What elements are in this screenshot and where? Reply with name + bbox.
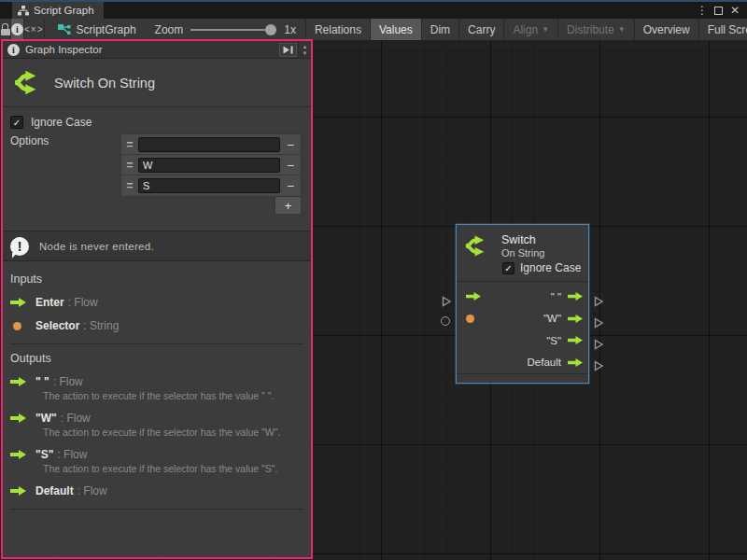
node-footer [457, 373, 588, 383]
output-port-s[interactable]: "S" [546, 335, 588, 346]
output-port-w[interactable]: "W" [543, 313, 588, 324]
zoom-slider-track [190, 29, 276, 31]
flow-arrow-icon [568, 292, 583, 301]
remove-option-button[interactable]: − [280, 178, 301, 193]
inspector-toggle-button[interactable]: i [11, 19, 24, 40]
flow-arrow-icon [568, 315, 583, 323]
flow-arrow-icon [568, 336, 583, 344]
menu-icon[interactable]: ⋮ [696, 4, 709, 17]
node-ignore-case-checkbox[interactable]: ✓ Ignore Case [502, 261, 588, 274]
zoom-control: Zoom 1x [146, 19, 305, 40]
flow-arrow-icon [568, 358, 583, 367]
option-value-input[interactable] [138, 137, 280, 152]
script-graph-icon [58, 24, 71, 35]
option-value-input[interactable] [138, 158, 280, 173]
graph-toolbar: i <×> ScriptGraph Zoom 1x Relations Valu… [0, 19, 747, 41]
output-description: The action to execute if the selector ha… [43, 427, 303, 438]
dock-right-icon [283, 46, 293, 54]
port-outer-space[interactable] [593, 294, 604, 311]
lock-icon [0, 23, 10, 35]
option-row: = − [121, 175, 301, 196]
check-icon: ✓ [504, 263, 512, 273]
toolbar-button-values[interactable]: Values [371, 19, 422, 40]
options-list: = − = − = − + [120, 133, 302, 215]
graph-breadcrumb[interactable]: ScriptGraph [45, 19, 146, 40]
graph-hierarchy-icon [18, 6, 29, 16]
inspector-scroll-buttons[interactable]: ▲ ▼ [298, 41, 311, 59]
toolbar-button-distribute[interactable]: Distribute ▼ [558, 19, 635, 40]
outputs-heading: Outputs [10, 352, 303, 365]
string-port-icon [10, 322, 27, 330]
remove-option-button[interactable]: − [280, 137, 301, 152]
port-outer-s[interactable] [593, 337, 604, 354]
lock-button[interactable] [0, 19, 11, 40]
maximize-icon[interactable] [714, 7, 723, 15]
code-view-button[interactable]: <×> [24, 19, 45, 40]
checkbox-checked[interactable]: ✓ [10, 116, 23, 129]
inspector-title: Graph Inspector [25, 44, 102, 55]
code-icon: <×> [24, 24, 44, 35]
inspector-header: i Graph Inspector ▲ ▼ [3, 41, 311, 59]
tab-script-graph[interactable]: Script Graph [12, 2, 104, 19]
flow-arrow-icon [10, 298, 27, 307]
drag-handle-icon[interactable]: = [121, 179, 138, 192]
output-port-space[interactable]: " " [551, 291, 588, 302]
warning-icon: ! [10, 237, 29, 256]
close-icon[interactable]: ✕ [728, 4, 741, 17]
node-selector-port-outer[interactable] [441, 316, 450, 326]
graph-inspector-panel: i Graph Inspector ▲ ▼ Switch On String [1, 39, 313, 559]
section-divider [10, 343, 303, 344]
options-label: Options [10, 134, 49, 147]
ignore-case-setting[interactable]: ✓ Ignore Case [10, 116, 311, 129]
output-port-default[interactable]: Default [528, 357, 588, 368]
toolbar-button-overview[interactable]: Overview [635, 19, 699, 40]
inputs-heading: Inputs [10, 273, 303, 286]
remove-option-button[interactable]: − [280, 158, 301, 173]
output-row-default: Default : Flow [10, 484, 303, 497]
option-value-input[interactable] [138, 178, 280, 193]
node-header[interactable]: Switch On String [457, 225, 588, 259]
tab-bar: Script Graph ⋮ ✕ [0, 2, 747, 19]
output-row-s: "S" : Flow [10, 448, 303, 461]
port-outer-default[interactable] [593, 358, 604, 375]
toolbar-button-align[interactable]: Align ▼ [504, 19, 558, 40]
node-ports: " " "W" "S" [457, 282, 588, 373]
window-controls: ⋮ ✕ [696, 2, 747, 19]
input-row-selector: Selector : String [10, 319, 303, 332]
port-outer-w[interactable] [593, 315, 604, 332]
flow-arrow-icon [10, 450, 27, 459]
input-row-enter: Enter : Flow [10, 296, 303, 309]
drag-handle-icon[interactable]: = [121, 138, 138, 151]
flow-arrow-icon [10, 413, 27, 423]
dock-right-button[interactable] [279, 43, 297, 57]
option-row: = − [121, 155, 301, 175]
toolbar-button-carry[interactable]: Carry [459, 19, 504, 40]
enter-port[interactable] [466, 292, 481, 301]
output-row-space: " " : Flow [10, 375, 303, 388]
switch-icon [13, 68, 42, 97]
toolbar-button-fullscreen[interactable]: Full Screen [699, 19, 747, 40]
add-option-button[interactable]: + [275, 197, 302, 215]
section-divider [10, 509, 303, 510]
outputs-section: Outputs " " : Flow The action to execute… [3, 352, 311, 510]
scroll-up-icon[interactable]: ▲ [303, 44, 308, 49]
node-switch-on-string[interactable]: Switch On String ✓ Ignore Case " " [456, 224, 589, 384]
zoom-label: Zoom [155, 23, 184, 36]
toolbar-button-dim[interactable]: Dim [422, 19, 459, 40]
output-description: The action to execute if the selector ha… [43, 463, 303, 474]
info-icon: i [11, 23, 23, 35]
node-enter-port-outer[interactable] [441, 294, 452, 311]
toolbar-button-relations[interactable]: Relations [305, 19, 371, 40]
checkbox-checked[interactable]: ✓ [502, 262, 514, 274]
graph-name-label: ScriptGraph [77, 23, 136, 36]
warning-text: Node is never entered. [39, 241, 154, 252]
node-subtitle: On String [501, 247, 544, 259]
zoom-slider-handle[interactable] [265, 24, 276, 35]
drag-handle-icon[interactable]: = [121, 159, 138, 172]
selector-port[interactable] [466, 315, 474, 323]
info-icon: i [7, 44, 20, 56]
string-port-icon [466, 315, 474, 323]
scroll-down-icon[interactable]: ▼ [303, 50, 308, 56]
inputs-section: Inputs Enter : Flow Selector : String [3, 261, 311, 344]
zoom-slider[interactable] [190, 24, 276, 35]
